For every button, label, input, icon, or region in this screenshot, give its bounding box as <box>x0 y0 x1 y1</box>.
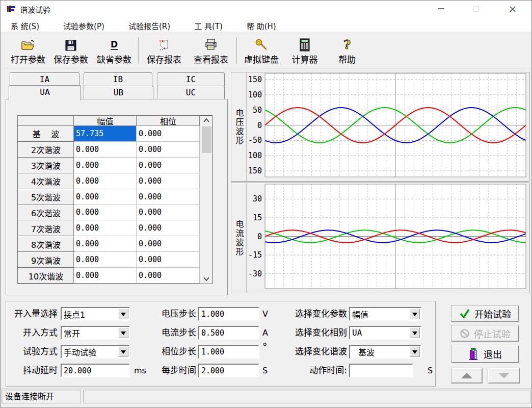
voltage-chart-plot: 150100500-50-100-150 <box>247 72 529 181</box>
tab-ib[interactable]: IB <box>84 72 152 86</box>
help-button[interactable]: ? 帮助 <box>326 35 368 66</box>
phase-cell[interactable]: 0.000 <box>137 268 200 284</box>
tab-ub[interactable]: UB <box>84 86 153 99</box>
menu-test-params[interactable]: 试验参数(P) <box>57 19 111 33</box>
phase-cell[interactable]: 0.000 <box>137 142 200 158</box>
amplitude-cell[interactable]: 57.735 <box>74 126 137 142</box>
table-scrollbar[interactable] <box>200 116 212 284</box>
amplitude-cell[interactable]: 0.000 <box>74 268 137 284</box>
chevron-down-icon[interactable] <box>118 309 128 319</box>
debounce-delay-input[interactable] <box>61 364 130 377</box>
action-time-unit: S <box>428 364 433 377</box>
default-params-button[interactable]: D 缺省参数 <box>92 35 136 66</box>
open-params-button[interactable]: 打开参数 <box>7 35 49 66</box>
virtual-keyboard-button[interactable]: 虚拟键盘 <box>239 35 284 66</box>
chevron-down-icon[interactable] <box>410 327 420 338</box>
default-params-icon: D <box>108 36 120 52</box>
row-header[interactable]: 9次谐波 <box>18 252 74 268</box>
view-report-button[interactable]: 查看报表 <box>188 35 234 66</box>
phase-cell[interactable]: 0.000 <box>137 189 200 205</box>
svg-text:-150: -150 <box>247 166 262 175</box>
amplitude-cell[interactable]: 0.000 <box>74 220 137 236</box>
phase-step-input[interactable] <box>198 345 259 359</box>
phase-cell[interactable]: 0.000 <box>137 158 200 173</box>
step-down-button[interactable] <box>488 368 520 384</box>
amplitude-cell[interactable]: 0.000 <box>74 189 137 205</box>
svg-text:-15: -15 <box>248 250 262 260</box>
amplitude-cell[interactable]: 0.000 <box>74 252 137 268</box>
open-folder-icon <box>21 36 35 52</box>
menu-system[interactable]: 系 统(S) <box>5 19 45 33</box>
phase-cell[interactable]: 0.000 <box>137 173 200 189</box>
maximize-icon <box>473 6 479 12</box>
amplitude-cell[interactable]: 0.000 <box>74 173 137 189</box>
row-header[interactable]: 4次谐波 <box>18 173 74 189</box>
row-header[interactable]: 10次谐波 <box>18 268 74 284</box>
row-header[interactable]: 7次谐波 <box>18 220 74 236</box>
phase-step-unit: ° <box>262 340 268 354</box>
tab-ia[interactable]: IA <box>10 72 79 86</box>
exit-door-icon <box>468 348 480 360</box>
action-time-input[interactable] <box>349 364 413 377</box>
menu-help[interactable]: 帮 助(H) <box>241 19 282 33</box>
row-header[interactable]: 6次谐波 <box>18 205 74 221</box>
debounce-delay-label: 抖动延时 <box>7 364 58 377</box>
save-params-button[interactable]: 保存参数 <box>49 35 92 66</box>
minimize-button[interactable] <box>429 1 454 17</box>
table-row: 3次谐波0.0000.000 <box>18 158 200 173</box>
row-header[interactable]: 8次谐波 <box>18 236 74 252</box>
chevron-down-icon[interactable] <box>410 346 420 357</box>
amplitude-cell[interactable]: 0.000 <box>74 142 137 158</box>
step-time-input[interactable] <box>198 364 259 377</box>
maximize-button[interactable] <box>463 1 489 17</box>
svg-text:0: 0 <box>257 232 262 241</box>
view-report-icon <box>204 36 218 52</box>
chevron-down-icon[interactable] <box>118 327 128 338</box>
scroll-down-button[interactable] <box>200 274 212 284</box>
voltage-step-label: 电压步长 <box>150 307 196 321</box>
save-report-button[interactable]: EXL 保存报表 <box>141 35 188 66</box>
phase-cell[interactable]: 0.000 <box>137 236 200 252</box>
phase-cell[interactable]: 0.000 <box>137 205 200 221</box>
tab-ua[interactable]: UA <box>9 85 81 100</box>
table-row: 9次谐波0.0000.000 <box>18 252 200 268</box>
close-button[interactable]: × <box>500 1 525 17</box>
voltage-step-input[interactable] <box>198 307 259 321</box>
phase-cell[interactable]: 0.000 <box>137 220 200 236</box>
amplitude-cell[interactable]: 0.000 <box>74 236 137 252</box>
statusbar-divider <box>1 388 531 389</box>
calculator-button[interactable]: 计算器 <box>284 35 326 66</box>
vary-harmonic-combo[interactable]: 基波 <box>349 345 421 359</box>
row-header[interactable]: 5次谐波 <box>18 189 74 205</box>
binary-input-mode-combo[interactable]: 常开 <box>61 326 130 340</box>
corner-cell <box>18 116 74 126</box>
tab-uc[interactable]: UC <box>157 86 225 99</box>
vary-parameter-combo[interactable]: 幅值 <box>349 307 421 321</box>
close-icon: × <box>509 4 517 14</box>
test-mode-combo[interactable]: 手动试验 <box>61 345 130 359</box>
step-time-unit: S <box>262 364 268 377</box>
exit-button[interactable]: 退出 <box>451 345 519 363</box>
chevron-down-icon[interactable] <box>410 309 420 319</box>
tab-ic[interactable]: IC <box>157 72 225 86</box>
chevron-down-icon[interactable] <box>118 346 128 357</box>
phase-cell[interactable]: 0.000 <box>137 126 200 142</box>
debounce-delay-unit: ms <box>134 364 146 377</box>
row-header[interactable]: 基 波 <box>18 126 74 142</box>
scrollbar-thumb[interactable] <box>202 126 211 153</box>
phase-step-label: 相位步长 <box>150 345 196 359</box>
amplitude-cell[interactable]: 0.000 <box>74 158 137 173</box>
vary-phase-combo[interactable]: UA <box>349 326 421 340</box>
row-header[interactable]: 2次谐波 <box>18 142 74 158</box>
table-header-row: 幅值 相位 <box>18 116 200 126</box>
step-up-button[interactable] <box>451 368 483 384</box>
menu-tools[interactable]: 工 具(T) <box>188 19 229 33</box>
amplitude-cell[interactable]: 0.000 <box>74 205 137 221</box>
scroll-up-button[interactable] <box>200 116 212 125</box>
start-test-button[interactable]: 开始试验 <box>451 305 519 322</box>
menu-test-report[interactable]: 试验报告(R) <box>122 19 176 33</box>
current-step-input[interactable] <box>198 326 259 340</box>
binary-input-select-combo[interactable]: 接点1 <box>61 307 130 321</box>
row-header[interactable]: 3次谐波 <box>18 158 74 173</box>
phase-cell[interactable]: 0.000 <box>137 252 200 268</box>
